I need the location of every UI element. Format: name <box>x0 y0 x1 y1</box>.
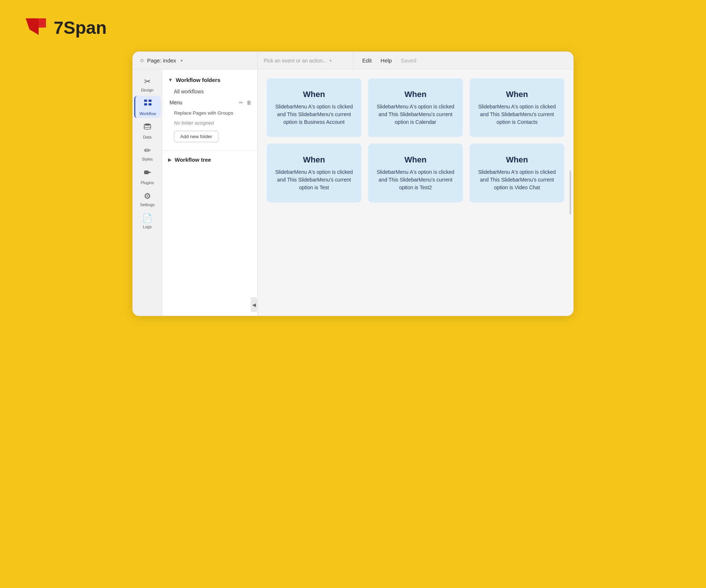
workflow-card-when-4: When <box>404 155 427 165</box>
svg-rect-5 <box>144 103 147 105</box>
sidebar-label-workflow: Workflow <box>139 111 156 116</box>
page-label: Page: index <box>147 57 176 64</box>
sidebar-label-plugins: Plugins <box>140 180 154 185</box>
tree-title: Workflow tree <box>175 157 211 163</box>
design-icon: ✂ <box>144 77 151 86</box>
folders-caret[interactable]: ▼ <box>168 77 173 83</box>
sidebar-item-styles[interactable]: ✏ Styles <box>134 143 161 164</box>
title-bar-menu: Edit Help Saved <box>353 52 425 69</box>
workflow-tree-header[interactable]: ▶ Workflow tree <box>162 153 257 166</box>
vertical-scrollbar[interactable] <box>570 171 571 215</box>
sidebar-label-settings: Settings <box>140 202 155 207</box>
svg-rect-9 <box>149 172 150 173</box>
workflow-card-5[interactable]: WhenSlidebarMenu A's option is clicked a… <box>470 144 564 202</box>
sidebar-item-settings[interactable]: ⚙ Settings <box>134 189 161 209</box>
sidebar-item-logs[interactable]: 📄 Logs <box>134 211 161 231</box>
svg-rect-6 <box>149 103 151 105</box>
all-workflows-item[interactable]: All workflows <box>162 86 257 97</box>
page-icon: ○ <box>140 57 144 64</box>
logo-area: 7Span <box>22 15 107 40</box>
workflow-card-when-3: When <box>303 155 325 165</box>
sidebar-label-data: Data <box>143 135 151 139</box>
menu-folder[interactable]: Menu ✏ 🗑 <box>162 97 257 108</box>
tree-caret[interactable]: ▶ <box>168 157 172 162</box>
workflow-icon <box>143 99 152 110</box>
workflow-card-desc-2: SlidebarMenu A's option is clicked and T… <box>475 103 559 126</box>
folder-sub-item-0[interactable]: Replace Pages with Groups <box>162 108 257 118</box>
panel-divider <box>162 150 257 151</box>
menu-folder-name: Menu <box>170 100 182 105</box>
top-bar: 7Span <box>0 0 706 51</box>
workflow-card-desc-3: SlidebarMenu A's option is clicked and T… <box>272 168 356 191</box>
no-folder-label: No folder assigned <box>162 118 257 128</box>
workflow-card-when-2: When <box>506 90 528 99</box>
sidebar-item-plugins[interactable]: Plugins <box>134 165 161 187</box>
workflow-card-when-5: When <box>506 155 528 165</box>
folder-edit-icon[interactable]: ✏ <box>239 100 243 105</box>
panel-collapse-handle: ◀ <box>162 297 257 312</box>
workflow-card-2[interactable]: WhenSlidebarMenu A's option is clicked a… <box>470 78 564 137</box>
workflow-card-4[interactable]: WhenSlidebarMenu A's option is clicked a… <box>368 144 463 202</box>
logs-icon: 📄 <box>142 214 152 223</box>
folder-delete-icon[interactable]: 🗑 <box>246 100 252 105</box>
workflow-card-desc-4: SlidebarMenu A's option is clicked and T… <box>374 168 457 191</box>
folders-title: Workflow folders <box>176 77 220 83</box>
page-dropdown-caret[interactable]: ▾ <box>181 58 183 63</box>
sidebar-item-data[interactable]: Data <box>134 119 161 141</box>
workflow-card-desc-1: SlidebarMenu A's option is clicked and T… <box>374 103 457 126</box>
workflow-card-desc-0: SlidebarMenu A's option is clicked and T… <box>272 103 356 126</box>
workflow-folders-section: ▼ Workflow folders All workflows Menu ✏ … <box>162 73 257 148</box>
plugins-icon <box>143 168 152 179</box>
sidebar-label-styles: Styles <box>142 157 153 161</box>
folder-actions: ✏ 🗑 <box>239 100 252 105</box>
app-window: ○ Page: index ▾ Pick an event or an acti… <box>132 51 574 316</box>
svg-rect-8 <box>144 171 149 174</box>
svg-rect-10 <box>150 172 151 173</box>
workflow-card-1[interactable]: WhenSlidebarMenu A's option is clicked a… <box>368 78 463 137</box>
svg-rect-4 <box>149 100 151 102</box>
sidebar-label-logs: Logs <box>143 225 152 229</box>
title-bar: ○ Page: index ▾ Pick an event or an acti… <box>133 52 573 69</box>
workflow-card-3[interactable]: WhenSlidebarMenu A's option is clicked a… <box>267 144 361 202</box>
workflow-tree-section: ▶ Workflow tree <box>162 153 257 169</box>
settings-icon: ⚙ <box>144 191 151 201</box>
svg-point-7 <box>144 123 151 126</box>
content-area: WhenSlidebarMenu A's option is clicked a… <box>258 69 573 316</box>
styles-icon: ✏ <box>144 146 151 155</box>
sidebar-item-design[interactable]: ✂ Design <box>134 74 161 94</box>
sidebar-item-workflow[interactable]: Workflow <box>134 96 161 118</box>
workflow-card-desc-5: SlidebarMenu A's option is clicked and T… <box>475 168 559 191</box>
logo-icon <box>22 15 48 40</box>
svg-rect-3 <box>144 100 147 102</box>
help-menu-item[interactable]: Help <box>381 57 392 64</box>
main-layout: ✂ Design Workflow <box>133 69 573 316</box>
add-new-folder-button[interactable]: Add new folder <box>174 131 218 142</box>
sidebar-icons: ✂ Design Workflow <box>133 69 162 316</box>
left-panel: ▼ Workflow folders All workflows Menu ✏ … <box>162 69 258 316</box>
sidebar-label-design: Design <box>141 88 153 92</box>
logo-text: 7Span <box>54 18 107 38</box>
workflow-card-when-0: When <box>303 90 325 99</box>
workflow-card-0[interactable]: WhenSlidebarMenu A's option is clicked a… <box>267 78 361 137</box>
workflow-card-when-1: When <box>404 90 427 99</box>
action-placeholder: Pick an event or an action... <box>264 58 327 64</box>
action-caret[interactable]: ▾ <box>329 58 332 63</box>
edit-menu-item[interactable]: Edit <box>362 57 372 64</box>
collapse-arrow-button[interactable]: ◀ <box>251 297 257 312</box>
workflow-folders-header[interactable]: ▼ Workflow folders <box>162 73 257 86</box>
title-bar-page[interactable]: ○ Page: index ▾ <box>140 52 258 69</box>
title-bar-action[interactable]: Pick an event or an action... ▾ <box>258 52 353 69</box>
saved-status: Saved <box>401 57 417 64</box>
data-icon <box>143 122 152 133</box>
